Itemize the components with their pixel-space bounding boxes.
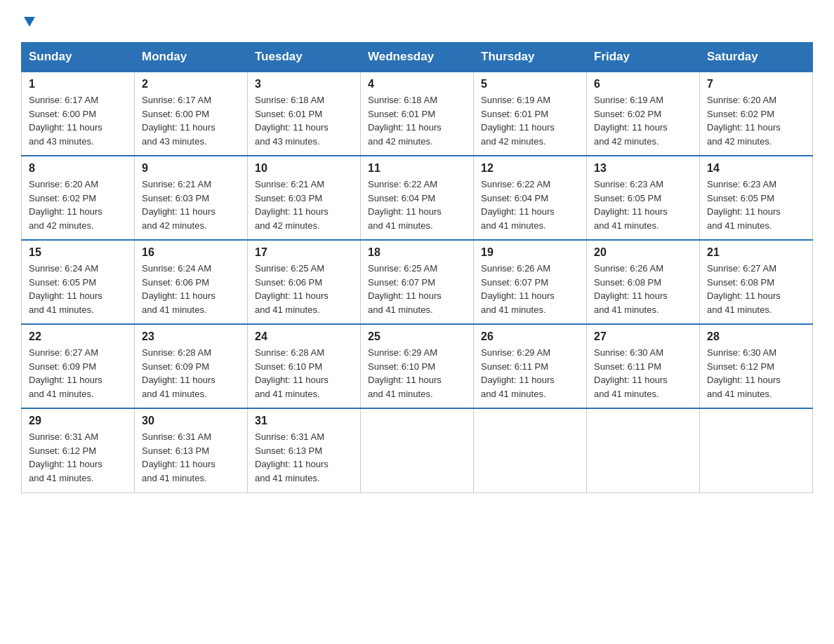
day-info: Sunrise: 6:21 AM Sunset: 6:03 PM Dayligh… [142,177,240,232]
day-number: 22 [29,330,127,343]
day-info: Sunrise: 6:31 AM Sunset: 6:13 PM Dayligh… [255,430,353,485]
day-info: Sunrise: 6:22 AM Sunset: 6:04 PM Dayligh… [481,177,579,232]
day-info: Sunrise: 6:18 AM Sunset: 6:01 PM Dayligh… [255,93,353,148]
day-number: 19 [481,246,579,259]
day-number: 25 [368,330,466,343]
calendar-cell [587,408,700,492]
day-info: Sunrise: 6:30 AM Sunset: 6:11 PM Dayligh… [594,346,692,401]
calendar-cell [361,408,474,492]
day-info: Sunrise: 6:19 AM Sunset: 6:02 PM Dayligh… [594,93,692,148]
calendar-cell: 5 Sunrise: 6:19 AM Sunset: 6:01 PM Dayli… [474,72,587,156]
calendar-cell: 12 Sunrise: 6:22 AM Sunset: 6:04 PM Dayl… [474,156,587,240]
day-number: 4 [368,78,466,90]
calendar-cell: 9 Sunrise: 6:21 AM Sunset: 6:03 PM Dayli… [135,156,248,240]
day-number: 17 [255,246,353,259]
calendar-cell: 31 Sunrise: 6:31 AM Sunset: 6:13 PM Dayl… [248,408,361,492]
calendar-cell: 15 Sunrise: 6:24 AM Sunset: 6:05 PM Dayl… [22,240,135,324]
calendar-cell: 24 Sunrise: 6:28 AM Sunset: 6:10 PM Dayl… [248,324,361,408]
day-number: 27 [594,330,692,343]
calendar-cell: 27 Sunrise: 6:30 AM Sunset: 6:11 PM Dayl… [587,324,700,408]
calendar-cell [700,408,813,492]
day-number: 18 [368,246,466,259]
day-info: Sunrise: 6:28 AM Sunset: 6:10 PM Dayligh… [255,346,353,401]
day-number: 14 [707,162,805,175]
calendar-header-tuesday: Tuesday [248,43,361,72]
day-number: 31 [255,415,353,427]
day-number: 30 [142,415,240,427]
calendar-cell [474,408,587,492]
day-number: 21 [707,246,805,259]
day-info: Sunrise: 6:22 AM Sunset: 6:04 PM Dayligh… [368,177,466,232]
day-info: Sunrise: 6:19 AM Sunset: 6:01 PM Dayligh… [481,93,579,148]
calendar-header-monday: Monday [135,43,248,72]
day-info: Sunrise: 6:31 AM Sunset: 6:12 PM Dayligh… [29,430,127,485]
logo-arrow-icon [22,14,37,28]
calendar-cell: 10 Sunrise: 6:21 AM Sunset: 6:03 PM Dayl… [248,156,361,240]
day-number: 20 [594,246,692,259]
calendar-week-row: 22 Sunrise: 6:27 AM Sunset: 6:09 PM Dayl… [22,324,813,408]
calendar-cell: 6 Sunrise: 6:19 AM Sunset: 6:02 PM Dayli… [587,72,700,156]
day-number: 7 [707,78,805,90]
calendar-cell: 19 Sunrise: 6:26 AM Sunset: 6:07 PM Dayl… [474,240,587,324]
day-number: 10 [255,162,353,175]
day-info: Sunrise: 6:25 AM Sunset: 6:07 PM Dayligh… [368,262,466,316]
calendar-cell: 16 Sunrise: 6:24 AM Sunset: 6:06 PM Dayl… [135,240,248,324]
day-number: 23 [142,330,240,343]
calendar-cell: 22 Sunrise: 6:27 AM Sunset: 6:09 PM Dayl… [22,324,135,408]
day-number: 6 [594,78,692,90]
day-number: 28 [707,330,805,343]
calendar-cell: 3 Sunrise: 6:18 AM Sunset: 6:01 PM Dayli… [248,72,361,156]
calendar-cell: 11 Sunrise: 6:22 AM Sunset: 6:04 PM Dayl… [361,156,474,240]
day-info: Sunrise: 6:23 AM Sunset: 6:05 PM Dayligh… [594,177,692,232]
calendar-cell: 7 Sunrise: 6:20 AM Sunset: 6:02 PM Dayli… [700,72,813,156]
day-number: 29 [29,415,127,427]
day-number: 12 [481,162,579,175]
calendar-week-row: 29 Sunrise: 6:31 AM Sunset: 6:12 PM Dayl… [22,408,813,492]
day-info: Sunrise: 6:25 AM Sunset: 6:06 PM Dayligh… [255,262,353,316]
calendar-cell: 18 Sunrise: 6:25 AM Sunset: 6:07 PM Dayl… [361,240,474,324]
calendar-header-sunday: Sunday [22,43,135,72]
calendar-cell: 4 Sunrise: 6:18 AM Sunset: 6:01 PM Dayli… [361,72,474,156]
calendar-cell: 29 Sunrise: 6:31 AM Sunset: 6:12 PM Dayl… [22,408,135,492]
calendar-cell: 25 Sunrise: 6:29 AM Sunset: 6:10 PM Dayl… [361,324,474,408]
calendar-week-row: 15 Sunrise: 6:24 AM Sunset: 6:05 PM Dayl… [22,240,813,324]
day-info: Sunrise: 6:26 AM Sunset: 6:08 PM Dayligh… [594,262,692,316]
day-info: Sunrise: 6:27 AM Sunset: 6:09 PM Dayligh… [29,346,127,401]
calendar-cell: 30 Sunrise: 6:31 AM Sunset: 6:13 PM Dayl… [135,408,248,492]
day-number: 16 [142,246,240,259]
calendar-cell: 2 Sunrise: 6:17 AM Sunset: 6:00 PM Dayli… [135,72,248,156]
day-info: Sunrise: 6:20 AM Sunset: 6:02 PM Dayligh… [29,177,127,232]
day-info: Sunrise: 6:26 AM Sunset: 6:07 PM Dayligh… [481,262,579,316]
day-number: 8 [29,162,127,175]
day-info: Sunrise: 6:24 AM Sunset: 6:06 PM Dayligh… [142,262,240,316]
day-info: Sunrise: 6:27 AM Sunset: 6:08 PM Dayligh… [707,262,805,316]
calendar-table: SundayMondayTuesdayWednesdayThursdayFrid… [21,42,813,493]
calendar-week-row: 8 Sunrise: 6:20 AM Sunset: 6:02 PM Dayli… [22,156,813,240]
day-number: 1 [29,78,127,90]
day-info: Sunrise: 6:29 AM Sunset: 6:11 PM Dayligh… [481,346,579,401]
day-info: Sunrise: 6:17 AM Sunset: 6:00 PM Dayligh… [142,93,240,148]
calendar-header-row: SundayMondayTuesdayWednesdayThursdayFrid… [22,43,813,72]
day-number: 2 [142,78,240,90]
calendar-cell: 1 Sunrise: 6:17 AM Sunset: 6:00 PM Dayli… [22,72,135,156]
day-info: Sunrise: 6:29 AM Sunset: 6:10 PM Dayligh… [368,346,466,401]
day-info: Sunrise: 6:30 AM Sunset: 6:12 PM Dayligh… [707,346,805,401]
calendar-header-saturday: Saturday [700,43,813,72]
day-info: Sunrise: 6:21 AM Sunset: 6:03 PM Dayligh… [255,177,353,232]
day-info: Sunrise: 6:24 AM Sunset: 6:05 PM Dayligh… [29,262,127,316]
calendar-cell: 28 Sunrise: 6:30 AM Sunset: 6:12 PM Dayl… [700,324,813,408]
day-info: Sunrise: 6:28 AM Sunset: 6:09 PM Dayligh… [142,346,240,401]
day-info: Sunrise: 6:17 AM Sunset: 6:00 PM Dayligh… [29,93,127,148]
page-header [21,14,813,28]
calendar-cell: 20 Sunrise: 6:26 AM Sunset: 6:08 PM Dayl… [587,240,700,324]
day-number: 11 [368,162,466,175]
logo [21,14,37,28]
day-number: 26 [481,330,579,343]
day-info: Sunrise: 6:18 AM Sunset: 6:01 PM Dayligh… [368,93,466,148]
day-number: 13 [594,162,692,175]
calendar-cell: 17 Sunrise: 6:25 AM Sunset: 6:06 PM Dayl… [248,240,361,324]
day-number: 15 [29,246,127,259]
day-info: Sunrise: 6:31 AM Sunset: 6:13 PM Dayligh… [142,430,240,485]
calendar-cell: 14 Sunrise: 6:23 AM Sunset: 6:05 PM Dayl… [700,156,813,240]
calendar-cell: 26 Sunrise: 6:29 AM Sunset: 6:11 PM Dayl… [474,324,587,408]
